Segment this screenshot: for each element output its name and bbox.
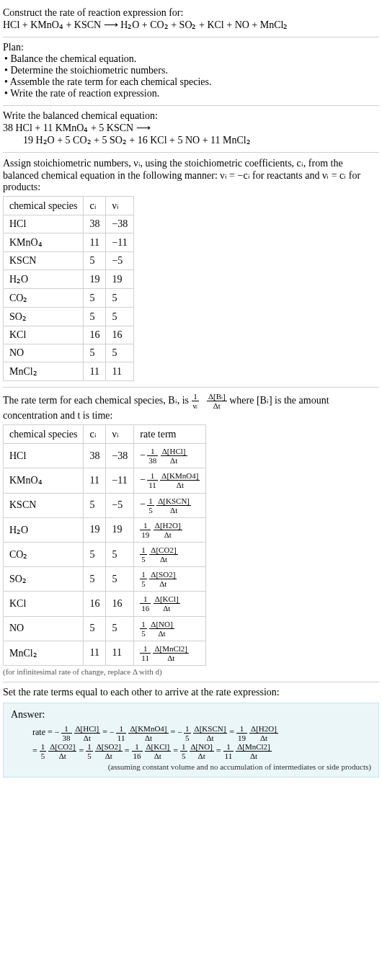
table-row: SO₂55 [4,308,134,326]
cell-vi: 5 [106,616,134,641]
table-row: MnCl₂1111 [4,362,134,381]
fraction: Δ[MnCl2]Δt [236,742,272,760]
cell-species: KSCN [4,252,84,270]
cell-species: HCl [4,215,84,233]
balanced-line1: 38 HCl + 11 KMnO₄ + 5 KSCN ⟶ [3,122,379,134]
cell-ci: 19 [84,270,106,289]
cell-rate: −15 Δ[KSCN]Δt [134,493,206,517]
setequal-text: Set the rate terms equal to each other t… [3,687,379,698]
table-row: KMnO₄11−11−111 Δ[KMnO4]Δt [4,468,206,493]
cell-ci: 5 [84,308,106,326]
fraction: 15 [147,496,154,514]
fraction: Δ[KSCN]Δt [156,496,191,514]
cell-ci: 38 [84,444,106,468]
cell-rate: 111 Δ[MnCl2]Δt [134,641,206,665]
cell-vi: −38 [106,215,134,233]
table-row: KSCN5−5 [4,252,134,270]
cell-species: NO [4,616,84,641]
section-construct: Construct the rate of reaction expressio… [3,3,379,37]
cell-vi: −11 [106,468,134,493]
cell-species: KMnO₄ [4,233,84,252]
cell-vi: 5 [106,344,134,362]
cell-species: HCl [4,444,84,468]
table-row: NO5515 Δ[NO]Δt [4,616,206,641]
cell-vi: 5 [106,542,134,566]
rateterm-note: (for infinitesimal rate of change, repla… [3,667,379,676]
fraction: 15 [40,742,47,760]
assign-table: chemical speciescᵢνᵢHCl38−38KMnO₄11−11KS… [3,196,134,381]
cell-ci: 11 [84,233,106,252]
plan-item: • Balance the chemical equation. [3,53,379,65]
cell-ci: 11 [84,362,106,381]
cell-species: KSCN [4,493,84,517]
rate-table: chemical speciescᵢνᵢrate termHCl38−38−13… [3,424,206,666]
cell-rate: 15 Δ[SO2]Δt [134,567,206,592]
fraction: 119 [140,521,151,539]
fraction: 111 [147,471,158,489]
cell-vi: −5 [106,493,134,517]
table-row: NO55 [4,344,134,362]
table-row: H₂O1919 [4,270,134,289]
fraction: Δ[KSCN]Δt [193,724,228,742]
fraction: Δ[MnCl2]Δt [153,644,189,662]
fraction: 111 [223,742,234,760]
cell-vi: −11 [106,233,134,252]
frac-den: Δt [207,401,227,410]
cell-ci: 38 [84,215,106,233]
cell-ci: 5 [84,616,106,641]
table-header: chemical species [4,425,84,444]
answer-line: = 15 Δ[CO2]Δt = 15 Δ[SO2]Δt = 116 Δ[KCl]… [32,742,371,761]
fraction: Δ[HCl]Δt [74,724,101,742]
rateterm-delta-frac: Δ[Bᵢ] Δt [207,392,227,410]
plan-title: Plan: [3,42,379,53]
cell-ci: 5 [84,542,106,566]
table-row: HCl38−38−138 Δ[HCl]Δt [4,444,206,468]
table-row: KCl1616 [4,326,134,344]
fraction: Δ[KCl]Δt [145,742,172,760]
rateterm-coeff-frac: 1 νᵢ [192,392,200,410]
rate-label: rate = [32,727,55,737]
cell-ci: 16 [84,326,106,344]
cell-species: CO₂ [4,289,84,308]
construct-equation: HCl + KMnO₄ + KSCN ⟶ H₂O + CO₂ + SO₂ + K… [3,19,379,31]
fraction: 15 [140,570,147,588]
fraction: 15 [140,545,147,564]
fraction: Δ[NO]Δt [190,742,214,760]
cell-ci: 5 [84,289,106,308]
answer-title: Answer: [11,709,371,721]
section-plan: Plan: • Balance the chemical equation.• … [3,37,379,106]
table-header: νᵢ [106,425,134,444]
plan-item: • Write the rate of reaction expression. [3,88,379,99]
cell-vi: −5 [106,252,134,270]
section-rateterm: The rate term for each chemical species,… [3,388,379,682]
plan-item: • Determine the stoichiometric numbers. [3,65,379,76]
table-row: CO₂55 [4,289,134,308]
cell-rate: −111 Δ[KMnO4]Δt [134,468,206,493]
answer-term: 15 Δ[NO]Δt [180,746,214,756]
table-row: MnCl₂1111111 Δ[MnCl2]Δt [4,641,206,665]
fraction: 15 [180,742,187,760]
fraction: Δ[KMnO4]Δt [160,471,200,489]
construct-title: Construct the rate of reaction expressio… [3,7,379,19]
answer-term: 116 Δ[KCl]Δt [132,746,172,756]
answer-term: 15 Δ[CO2]Δt [40,746,77,756]
cell-rate: 15 Δ[CO2]Δt [134,542,206,566]
cell-ci: 5 [84,567,106,592]
cell-rate: −138 Δ[HCl]Δt [134,444,206,468]
cell-rate: 119 Δ[H2O]Δt [134,517,206,542]
fraction: Δ[HCl]Δt [161,447,187,465]
fraction: Δ[KCl]Δt [154,594,180,612]
rateterm-pre: The rate term for each chemical species,… [3,395,192,406]
fraction: Δ[CO2]Δt [48,742,76,760]
cell-rate: 116 Δ[KCl]Δt [134,592,206,616]
answer-term: 15 Δ[SO2]Δt [86,746,122,756]
answer-box: Answer: rate = −138 Δ[HCl]Δt = −111 Δ[KM… [3,703,379,778]
cell-species: SO₂ [4,308,84,326]
answer-term: −15 Δ[KSCN]Δt [177,727,227,737]
cell-vi: 19 [106,270,134,289]
cell-vi: 19 [106,517,134,542]
answer-term: 119 Δ[H2O]Δt [236,727,278,737]
cell-species: SO₂ [4,567,84,592]
cell-species: CO₂ [4,542,84,566]
fraction: 116 [140,594,151,612]
